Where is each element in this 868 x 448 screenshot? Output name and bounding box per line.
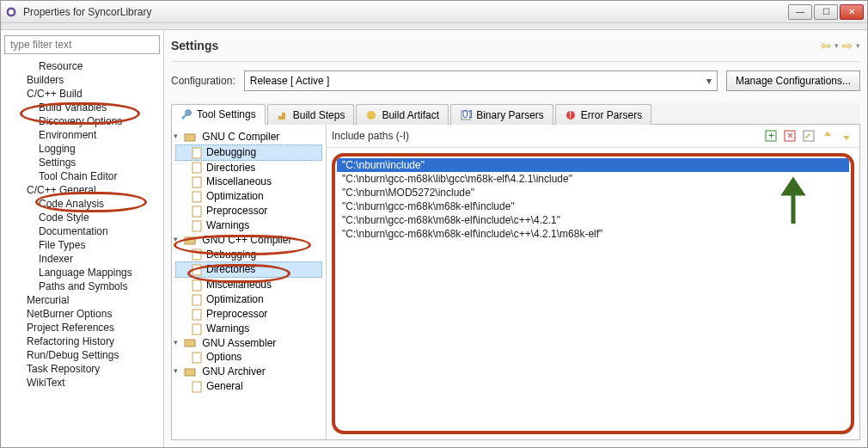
- path-row[interactable]: "C:\nburn\include": [337, 158, 849, 172]
- close-button[interactable]: ✕: [840, 4, 864, 20]
- configuration-select[interactable]: Release [ Active ] ▾: [244, 71, 718, 91]
- compiler-icon: [184, 132, 196, 144]
- compiler-icon: [184, 337, 196, 349]
- svg-rect-11: [193, 163, 201, 173]
- svg-rect-12: [193, 177, 201, 187]
- tool-settings-tree[interactable]: GNU C Compiler Debugging Directories Mis…: [172, 125, 327, 439]
- tool-item-optimization[interactable]: Optimization: [175, 189, 322, 204]
- tree-item-run-debug-settings[interactable]: Run/Debug Settings: [4, 348, 160, 362]
- tree-item-indexer[interactable]: Indexer: [4, 252, 160, 266]
- tree-item-ccpp-build[interactable]: C/C++ Build: [4, 87, 160, 101]
- tree-item-build-variables[interactable]: Build Variables: [4, 101, 160, 114]
- tree-item-mercurial[interactable]: Mercurial: [4, 293, 160, 307]
- tree-item-discovery-options[interactable]: Discovery Options: [4, 114, 160, 128]
- tool-item-general[interactable]: General: [175, 379, 322, 394]
- group-gnu-archiver[interactable]: GNU Archiver: [175, 365, 322, 379]
- tree-item-netburner-options[interactable]: NetBurner Options: [4, 307, 160, 321]
- tool-item-warnings-cpp[interactable]: Warnings: [175, 322, 322, 336]
- svg-text:+: +: [768, 130, 774, 142]
- move-down-button[interactable]: [839, 128, 854, 144]
- chevron-down-icon: ▾: [706, 75, 712, 87]
- tab-build-steps[interactable]: Build Steps: [267, 104, 355, 125]
- page-icon: [191, 162, 203, 174]
- tree-item-refactoring-history[interactable]: Refactoring History: [4, 334, 160, 348]
- tool-item-preprocessor-cpp[interactable]: Preprocessor: [175, 307, 322, 322]
- tab-build-artifact[interactable]: Build Artifact: [356, 104, 449, 125]
- move-up-button[interactable]: [820, 128, 835, 144]
- svg-rect-17: [193, 249, 201, 260]
- tree-item-documentation[interactable]: Documentation: [4, 224, 160, 238]
- tool-item-optimization-cpp[interactable]: Optimization: [175, 292, 322, 307]
- include-paths-list[interactable]: "C:\nburn\include" "C:\nburn\gcc-m68k\li…: [332, 153, 854, 434]
- tool-item-debugging-cpp[interactable]: Debugging: [175, 248, 322, 262]
- svg-rect-3: [282, 113, 285, 120]
- path-row[interactable]: "C:\nburn\gcc-m68k\m68k-elf\include\c++\…: [337, 213, 849, 227]
- annotation-arrow: [780, 176, 806, 228]
- tool-item-directories-cpp[interactable]: Directories: [175, 261, 322, 278]
- group-gnu-c-compiler[interactable]: GNU C Compiler: [175, 130, 322, 144]
- tab-label: Error Parsers: [581, 109, 642, 121]
- category-tree[interactable]: Resource Builders C/C++ Build Build Vari…: [4, 59, 160, 390]
- svg-text:010: 010: [462, 109, 472, 120]
- tree-item-builders[interactable]: Builders: [4, 73, 160, 87]
- page-icon: [191, 381, 203, 393]
- tool-item-debugging[interactable]: Debugging: [175, 144, 322, 161]
- tree-item-code-analysis[interactable]: Code Analysis: [4, 197, 160, 211]
- tree-item-logging[interactable]: Logging: [4, 142, 160, 156]
- maximize-button[interactable]: ☐: [814, 4, 838, 20]
- tab-label: Build Artifact: [382, 109, 439, 121]
- page-icon: [191, 264, 203, 276]
- manage-configurations-button[interactable]: Manage Configurations...: [726, 71, 860, 91]
- minimize-button[interactable]: —: [788, 4, 812, 20]
- page-icon: [191, 279, 203, 292]
- tree-item-wikitext[interactable]: WikiText: [4, 376, 160, 390]
- tab-tool-settings[interactable]: Tool Settings: [171, 104, 266, 125]
- settings-panel: Settings ⇦ ▾ ⇨ ▾ Configuration: Release …: [164, 30, 867, 447]
- tree-item-tool-chain-editor[interactable]: Tool Chain Editor: [4, 169, 160, 183]
- svg-rect-18: [193, 265, 201, 275]
- configuration-label: Configuration:: [171, 75, 235, 87]
- path-row[interactable]: "C:\nburn\gcc-m68k\m68k-elf\include": [337, 199, 849, 213]
- tree-item-code-style[interactable]: Code Style: [4, 211, 160, 224]
- path-row[interactable]: "C:\nburn\gcc-m68k\lib\gcc\m68k-elf\4.2.…: [337, 172, 849, 186]
- tree-item-environment[interactable]: Environment: [4, 128, 160, 142]
- tool-item-warnings[interactable]: Warnings: [175, 218, 322, 233]
- nav-back-icon[interactable]: ⇦: [821, 39, 831, 52]
- svg-rect-20: [193, 295, 201, 305]
- nav-back-menu-icon[interactable]: ▾: [834, 41, 839, 50]
- tab-label: Tool Settings: [197, 108, 256, 120]
- svg-rect-13: [193, 192, 201, 202]
- path-row[interactable]: "C:\nburn\MOD5272\include": [337, 186, 849, 199]
- edit-path-button[interactable]: [801, 128, 816, 144]
- group-gnu-assembler[interactable]: GNU Assembler: [175, 336, 322, 351]
- path-row[interactable]: "C:\nburn\gcc-m68k\m68k-elf\include\c++\…: [337, 227, 849, 241]
- tree-item-settings[interactable]: Settings: [4, 156, 160, 169]
- svg-rect-10: [193, 148, 201, 158]
- tool-item-miscellaneous-cpp[interactable]: Miscellaneous: [175, 278, 322, 292]
- nav-forward-icon[interactable]: ⇨: [842, 39, 853, 52]
- tool-item-preprocessor[interactable]: Preprocessor: [175, 204, 322, 218]
- svg-rect-19: [193, 280, 201, 291]
- delete-path-button[interactable]: ×: [782, 128, 798, 144]
- tab-binary-parsers[interactable]: 010 Binary Parsers: [450, 104, 553, 125]
- tool-item-options[interactable]: Options: [175, 350, 322, 365]
- tree-item-ccpp-general[interactable]: C/C++ General: [4, 183, 160, 197]
- tree-item-project-references[interactable]: Project References: [4, 321, 160, 334]
- tree-item-paths-symbols[interactable]: Paths and Symbols: [4, 279, 160, 293]
- nav-forward-menu-icon[interactable]: ▾: [856, 41, 860, 50]
- filter-input[interactable]: [4, 35, 160, 54]
- svg-point-4: [367, 111, 376, 120]
- tree-item-file-types[interactable]: File Types: [4, 238, 160, 252]
- include-paths-label: Include paths (-I): [332, 130, 760, 142]
- tool-item-miscellaneous[interactable]: Miscellaneous: [175, 175, 322, 189]
- tree-item-language-mappings[interactable]: Language Mappings: [4, 266, 160, 279]
- tool-item-directories[interactable]: Directories: [175, 161, 322, 175]
- tree-item-resource[interactable]: Resource: [4, 59, 160, 73]
- group-gnu-cpp-compiler[interactable]: GNU C++ Compiler: [175, 233, 322, 248]
- add-path-button[interactable]: +: [763, 128, 779, 144]
- svg-rect-14: [193, 206, 201, 217]
- settings-tabs: Tool Settings Build Steps Build Artifact…: [171, 103, 860, 125]
- tree-item-task-repository[interactable]: Task Repository: [4, 362, 160, 376]
- tab-error-parsers[interactable]: ! Error Parsers: [555, 104, 651, 125]
- svg-text:!: !: [569, 109, 572, 120]
